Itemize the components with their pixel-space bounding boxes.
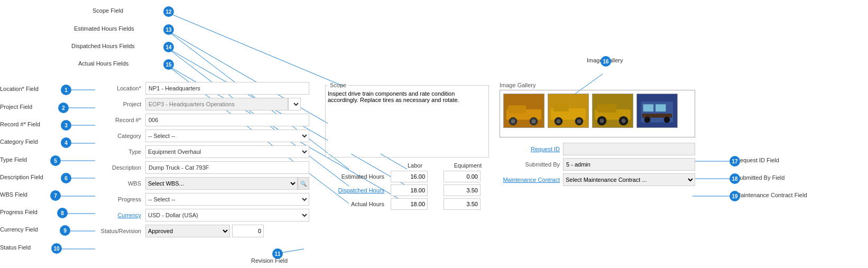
wbs-field-label: WBS [93,180,145,187]
ann-estimated-label: Estimated Hours Fields [74,25,134,32]
ann-type-label: Type Field [0,156,27,163]
svg-point-33 [557,119,561,124]
gallery-image-1[interactable] [503,94,544,128]
badge-6: 6 [61,173,71,183]
ann-description-label: Description Field [0,174,43,180]
labor-header: Labor [389,161,441,170]
type-select[interactable]: Equipment Overhaul [145,145,309,158]
progress-row: Progress -- Select -- [93,193,309,206]
location-input[interactable] [145,82,309,95]
project-row: Project [93,98,309,110]
currency-field-label: Currency [93,212,145,218]
progress-select[interactable]: -- Select -- [145,193,309,206]
wbs-search-button[interactable]: 🔍 [298,177,309,190]
ann-maintenance-contract-label: Maintenance Contract Field [736,192,807,198]
badge-15: 15 [163,59,174,70]
dispatched-equipment-input[interactable] [444,184,481,196]
ann-category-label: Category Field [0,138,38,145]
project-input [145,98,288,110]
wbs-select[interactable]: Select WBS... [145,177,298,190]
svg-point-49 [664,117,670,123]
currency-row: Currency USD - Dollar (USA) [93,209,309,221]
badge-18: 18 [730,173,740,184]
estimated-label: Estimated Hours [325,170,389,183]
description-input[interactable] [145,161,309,174]
actual-equipment-input[interactable] [444,198,481,210]
svg-rect-45 [643,104,653,112]
badge-5: 5 [50,155,61,166]
submitted-by-input [563,158,695,171]
ann-currency-label: Currency Field [0,226,38,233]
right-panel: Image Gallery Request ID [500,82,695,189]
submitted-by-row: Submitted By [500,158,695,171]
request-id-input[interactable] [563,143,695,155]
ann-revision-label: Revision Field [251,257,288,264]
currency-link[interactable]: Currency [117,212,141,218]
badge-7: 7 [50,190,61,201]
ann-scope-label: Scope Field [93,7,123,14]
badge-8: 8 [57,208,68,218]
svg-rect-38 [597,104,616,113]
ann-progress-label: Progress Field [0,209,38,215]
ann-request-id-label: Request ID Field [736,157,779,163]
ann-dispatched-label: Dispatched Hours Fields [71,43,135,49]
gallery-image-3[interactable] [592,94,633,128]
actual-label: Actual Hours [325,197,389,211]
equipment-header: Equipment [441,161,494,170]
image-gallery-box[interactable] [500,90,695,137]
status-revision-group: Approved [145,225,264,237]
ann-submitted-by-label: Submitted By Field [736,174,784,181]
maintenance-contract-link[interactable]: Maintenance Contract [503,177,560,183]
badge-4: 4 [61,137,71,148]
svg-point-42 [622,119,626,123]
dispatched-link[interactable]: Dispatched Hours [338,187,384,193]
maintenance-contract-label: Maintenance Contract [500,177,563,183]
maintenance-contract-select[interactable]: Select Maintenance Contract ... [563,173,695,186]
category-row: Category -- Select -- [93,130,309,142]
description-row: Description [93,161,309,174]
currency-select[interactable]: USD - Dollar (USA) [145,209,309,221]
description-field-label: Description [93,164,145,171]
hours-table: Labor Equipment Estimated Hours Dispatch… [325,161,494,211]
gallery-image-4[interactable] [636,94,678,128]
category-select[interactable]: -- Select -- [145,130,309,142]
ann-status-label: Status Field [0,244,31,251]
actual-labor-input[interactable] [391,198,428,210]
status-field-label: Status/Revision [93,228,145,234]
actual-row: Actual Hours [325,197,494,211]
dispatched-labor-input[interactable] [391,184,428,196]
record-field-label: Record #* [93,117,145,123]
image-gallery-title: Image Gallery [500,82,695,88]
submitted-by-label: Submitted By [500,161,563,168]
badge-17: 17 [730,156,740,167]
gallery-image-2[interactable] [548,94,589,128]
status-select[interactable]: Approved [145,225,230,237]
scope-textarea[interactable]: Inspect drive train components and rate … [328,90,486,154]
estimated-row: Estimated Hours [325,170,494,183]
svg-point-48 [644,117,651,123]
estimated-equipment-input[interactable] [444,171,481,182]
svg-point-26 [511,119,515,124]
progress-field-label: Progress [93,196,145,202]
dispatched-row: Dispatched Hours [325,183,494,197]
revision-input[interactable] [232,225,264,237]
location-field-label: Location* [93,85,145,91]
svg-point-40 [600,119,604,123]
badge-14: 14 [163,42,174,52]
estimated-labor-input[interactable] [391,171,428,182]
dispatched-label: Dispatched Hours [325,183,389,197]
badge-12: 12 [163,6,174,17]
record-row: Record #* [93,114,309,126]
record-input[interactable] [145,114,309,126]
request-id-link[interactable]: Request ID [531,146,560,152]
badge-11: 11 [272,248,283,259]
wbs-row: WBS Select WBS... 🔍 [93,177,309,190]
ann-location-label: Location* Field [0,86,39,92]
project-select[interactable] [288,98,301,110]
badge-9: 9 [60,225,70,236]
type-row: Type Equipment Overhaul [93,145,309,158]
project-field-label: Project [93,101,145,107]
ann-wbs-label: WBS Field [0,191,27,198]
svg-rect-24 [508,105,526,113]
svg-line-10 [167,12,344,86]
